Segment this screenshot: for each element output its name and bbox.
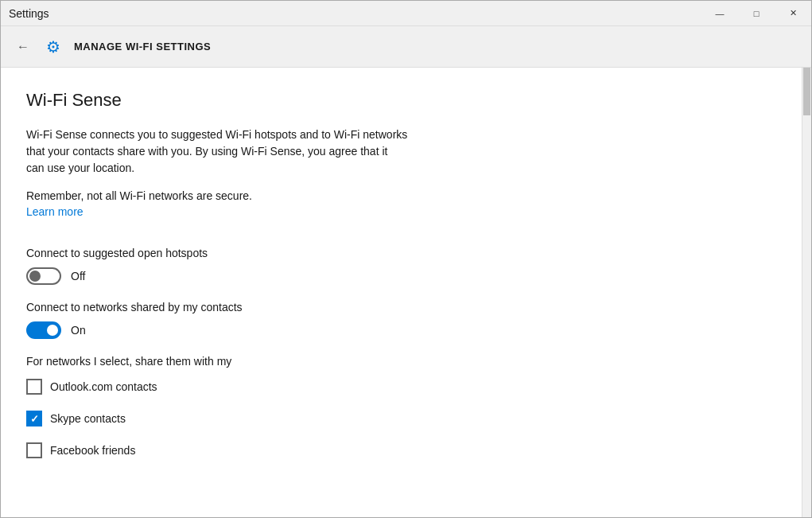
learn-more-link[interactable]: Learn more xyxy=(26,205,84,218)
page-title: Wi-Fi Sense xyxy=(26,90,776,111)
toggle1-thumb xyxy=(29,271,41,282)
toggle2-label: Connect to networks shared by my contact… xyxy=(26,301,776,314)
toggle1-label: Connect to suggested open hotspots xyxy=(26,247,776,259)
gear-icon: ⚙ xyxy=(42,36,64,58)
checkbox-outlook[interactable] xyxy=(26,379,42,395)
toggle2-switch[interactable] xyxy=(26,321,61,339)
toggle2-section: Connect to networks shared by my contact… xyxy=(26,301,776,339)
titlebar-controls: — □ ✕ xyxy=(701,1,811,26)
scrollbar[interactable] xyxy=(802,68,811,517)
titlebar: Settings — □ ✕ xyxy=(1,1,811,26)
description-text: Wi-Fi Sense connects you to suggested Wi… xyxy=(26,127,408,177)
titlebar-title: Settings xyxy=(9,7,49,20)
checkbox-facebook-label: Facebook friends xyxy=(50,444,135,457)
toggle2-thumb xyxy=(47,325,58,336)
header-bar: ← ⚙ MANAGE WI-FI SETTINGS xyxy=(1,26,811,68)
content-area: Wi-Fi Sense Wi-Fi Sense connects you to … xyxy=(1,68,802,517)
checkbox-facebook-row[interactable]: Facebook friends xyxy=(26,442,776,458)
reminder-text: Remember, not all Wi-Fi networks are sec… xyxy=(26,189,776,202)
checkbox-skype-row[interactable]: Skype contacts xyxy=(26,411,776,426)
scrollbar-thumb[interactable] xyxy=(803,68,810,115)
toggle2-status: On xyxy=(71,324,86,337)
toggle2-row: On xyxy=(26,321,776,339)
main-content: Wi-Fi Sense Wi-Fi Sense connects you to … xyxy=(1,68,811,517)
close-button[interactable]: ✕ xyxy=(775,1,811,26)
checkbox-facebook[interactable] xyxy=(26,442,42,458)
maximize-button[interactable]: □ xyxy=(738,1,775,26)
settings-window: Settings — □ ✕ ← ⚙ MANAGE WI-FI SETTINGS… xyxy=(0,0,812,518)
toggle1-row: Off xyxy=(26,267,776,285)
toggle2-track xyxy=(26,321,61,339)
header-title: MANAGE WI-FI SETTINGS xyxy=(74,41,211,53)
checkbox-outlook-label: Outlook.com contacts xyxy=(50,380,157,393)
toggle1-track xyxy=(26,267,61,285)
toggle1-status: Off xyxy=(71,270,85,282)
checkbox-outlook-row[interactable]: Outlook.com contacts xyxy=(26,379,776,395)
back-button[interactable]: ← xyxy=(14,37,33,57)
checkbox-skype[interactable] xyxy=(26,411,42,426)
share-label: For networks I select, share them with m… xyxy=(26,355,776,368)
checkbox-skype-label: Skype contacts xyxy=(50,412,126,425)
titlebar-left: Settings xyxy=(9,7,49,20)
share-section: For networks I select, share them with m… xyxy=(26,355,776,458)
minimize-button[interactable]: — xyxy=(701,1,738,26)
toggle1-switch[interactable] xyxy=(26,267,61,285)
toggle1-section: Connect to suggested open hotspots Off xyxy=(26,247,776,285)
